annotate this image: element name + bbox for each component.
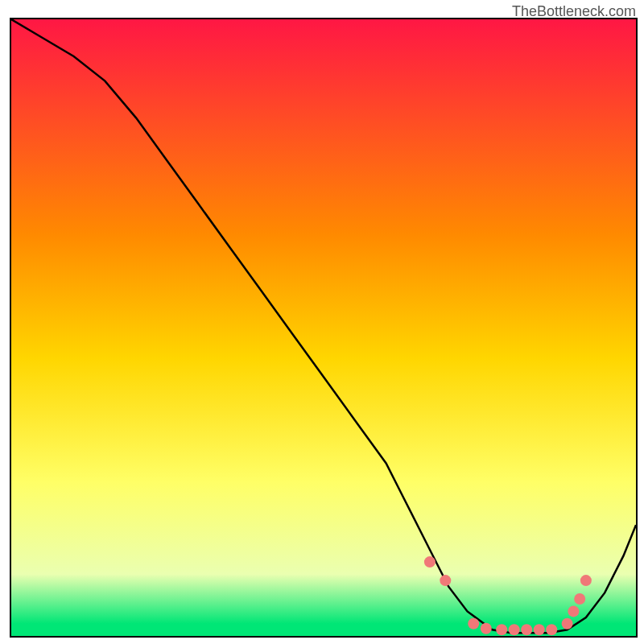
marker-dot	[568, 605, 579, 617]
plot-area	[10, 18, 638, 638]
marker-dot	[424, 556, 436, 568]
marker-dot	[534, 624, 545, 635]
marker-dot	[496, 624, 507, 635]
chart-container: TheBottleneck.com	[0, 0, 644, 644]
marker-dot	[574, 593, 585, 605]
marker-dot	[562, 618, 573, 630]
chart-svg	[11, 19, 636, 636]
marker-dot	[521, 624, 532, 635]
marker-dot	[468, 618, 479, 630]
watermark-text: TheBottleneck.com	[512, 3, 636, 20]
marker-dot	[546, 624, 557, 635]
marker-dot	[509, 624, 520, 635]
marker-dot	[440, 575, 451, 586]
gradient-background	[11, 19, 636, 636]
marker-dot	[580, 575, 592, 586]
marker-dot	[481, 623, 492, 634]
